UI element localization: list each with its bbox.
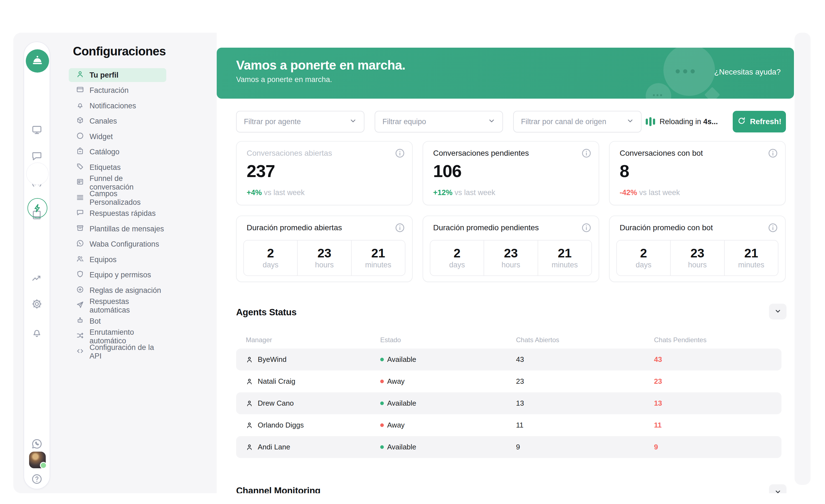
agent-row-andi-lane[interactable]: Andi Lane Available 9 9 [236,436,781,458]
sidebar-item-configuracion-de-la-api[interactable]: Configuración de la API [69,345,166,359]
info-icon[interactable] [767,222,778,233]
shield-icon [76,270,84,280]
sidebar-item-reglas-de-asignacion[interactable]: Reglas de asignación [69,283,166,297]
bubble-dots [676,69,695,73]
agent-name: ByeWind [258,349,287,370]
whatsapp-icon [76,239,84,249]
sidebar-item-facturacion[interactable]: Facturación [69,84,166,97]
decorative-chat-bubble-small [646,83,671,99]
sidebar-item-label: Widget [89,133,113,141]
sidebar-item-label: Facturación [89,86,129,95]
need-help-link[interactable]: ¿Necesitas ayuda? [714,68,781,77]
help-icon[interactable] [31,473,43,485]
chats-pending-count: 43 [654,349,662,370]
agent-status: Available [380,349,416,370]
refresh-label: Refresh! [750,117,781,126]
duration-cell-days: 2 days [430,241,483,275]
sidebar-item-campos-personalizados[interactable]: Campos Personalizados [69,191,166,205]
sidebar-item-catalogo[interactable]: Catálogo [69,145,166,159]
duration-card-title: Duración promedio pendientes [433,223,539,232]
monitor-icon[interactable] [31,124,43,136]
lightning-icon-active[interactable] [27,198,48,218]
chevron-down-icon [774,488,782,493]
agent-name: Natali Craig [258,370,295,392]
duration-card-title: Duración promedio con bot [620,223,713,232]
chevron-down-icon [626,117,634,127]
sidebar-item-respuestas-rapidas[interactable]: Respuestas rápidas [69,207,166,221]
agent-name: Drew Cano [258,392,294,414]
filter-dropdown-filtrar-por-canal-de-origen[interactable]: Filtrar por canal de origen [513,111,642,133]
send-icon [76,301,84,311]
agent-row-orlando-diggs[interactable]: Orlando Diggs Away 11 11 [236,414,781,436]
agent-status: Available [380,436,416,458]
stat-card-value: 237 [247,161,275,181]
agent-status: Available [380,392,416,414]
column-header-manager: Manager [246,336,272,344]
stat-card-delta: +4% vs last week [247,188,305,197]
stat-card-delta: +12% vs last week [433,188,495,197]
sidebar-item-label: Respuestas automáticas [89,297,166,315]
sidebar-item-enrutamiento-automatico[interactable]: Enrutamiento automático [69,330,166,344]
sidebar-item-respuestas-automaticas[interactable]: Respuestas automáticas [69,299,166,313]
filter-dropdown-filtrar-por-agente[interactable]: Filtrar por agente [236,111,364,133]
page-title: Configuraciones [73,44,166,58]
stat-card-conversaciones-pendientes: Conversaciones pendientes 106 +12% vs la… [423,141,599,205]
sidebar-item-etiquetas[interactable]: Etiquetas [69,160,166,174]
sidebar-item-canales[interactable]: Canales [69,114,166,128]
sidebar-item-notificaciones[interactable]: Notificaciones [69,99,166,113]
users-icon [76,255,84,265]
info-icon[interactable] [767,148,778,159]
stat-card-conversaciones-con-bot: Conversaciones con bot 8 -42% vs last we… [609,141,785,205]
sidebar-item-funnel-de-conversacion[interactable]: Funnel de conversación [69,176,166,190]
sidebar-item-bot[interactable]: Bot [69,314,166,328]
agent-row-drew-cano[interactable]: Drew Cano Available 13 13 [236,392,781,414]
circle-icon [76,132,84,142]
whatsapp-icon[interactable] [31,438,43,450]
channel-collapse-button[interactable] [769,484,786,493]
sidebar-item-label: Canales [89,117,117,125]
sidebar-item-equipo-y-permisos[interactable]: Equipo y permisos [69,268,166,282]
refresh-button[interactable]: Refresh! [733,111,786,133]
duration-cell-days: 2 days [244,241,297,275]
sidebar-item-equipos[interactable]: Equipos [69,253,166,266]
person-icon [245,349,253,370]
stat-card-value: 106 [433,161,461,181]
app-window: Vamos a ponerte en marcha. Vamos a poner… [0,0,825,504]
id-card-icon [76,178,84,188]
reloading-text: Reloading in [660,117,703,126]
onboarding-banner: Vamos a ponerte en marcha. Vamos a poner… [217,48,794,99]
user-icon [76,70,84,80]
chats-open-count: 9 [516,436,520,458]
sidebar-item-tu-perfil[interactable]: Tu perfil [69,68,166,82]
duration-box: 2 days 23 hours 21 minutes [430,240,592,276]
agent-row-natali-craig[interactable]: Natali Craig Away 23 23 [236,370,781,392]
app-logo[interactable] [26,49,49,73]
info-icon[interactable] [394,148,405,159]
sidebar-item-waba-configurations[interactable]: Waba Configurations [69,238,166,251]
sidebar-item-widget[interactable]: Widget [69,130,166,144]
info-icon[interactable] [394,222,405,233]
agents-collapse-button[interactable] [769,304,786,320]
person-icon [245,436,253,458]
sidebar-item-label: Equipo y permisos [89,271,151,279]
sidebar-item-label: Notificaciones [89,102,136,110]
gear-icon[interactable] [31,298,43,310]
info-icon[interactable] [581,222,592,233]
filter-dropdown-filtrar-equipo[interactable]: Filtrar equipo [375,111,503,133]
duration-card-duracion-promedio-pendientes: Duración promedio pendientes 2 days 23 h… [423,216,599,282]
sidebar-item-plantillas-de-mensajes[interactable]: Plantillas de mensajes [69,222,166,236]
duration-cell-minutes: 21 minutes [351,241,405,275]
user-avatar[interactable] [29,452,46,468]
duration-cell-hours: 23 hours [670,241,724,275]
right-side-rail [795,33,811,485]
archive-icon [76,224,84,234]
filter-placeholder: Filtrar por canal de origen [521,117,626,126]
trend-up-icon[interactable] [31,272,43,284]
agent-row-byewind[interactable]: ByeWind Available 43 43 [236,349,781,370]
chat-bubble-icon[interactable] [31,150,43,162]
bubble-dots-small [653,94,662,96]
bell-icon[interactable] [31,326,43,338]
info-icon[interactable] [581,148,592,159]
stat-card-title: Conversaciones con bot [620,149,703,158]
duration-cell-minutes: 21 minutes [538,241,591,275]
